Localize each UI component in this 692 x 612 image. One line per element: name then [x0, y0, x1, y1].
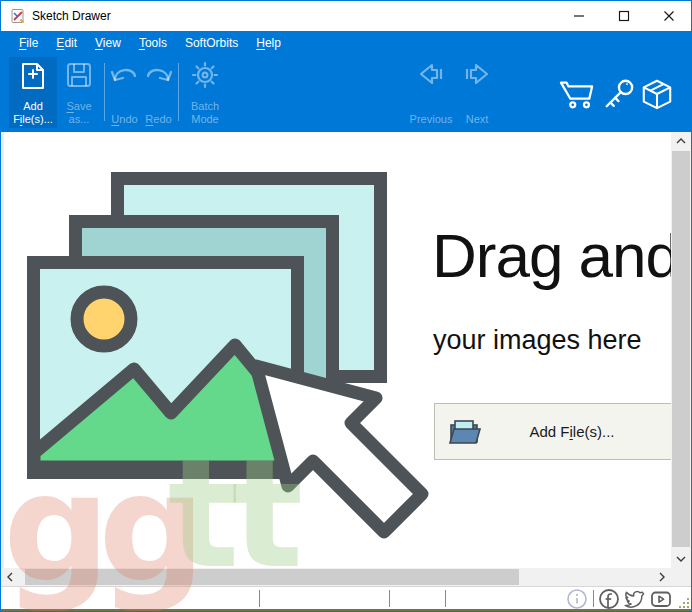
- vertical-scroll-thumb[interactable]: [672, 151, 690, 547]
- gear-icon: [191, 61, 219, 89]
- close-button[interactable]: [646, 1, 691, 31]
- minimize-button[interactable]: [556, 1, 601, 31]
- scroll-right-button[interactable]: [653, 568, 671, 586]
- buy-cart-button[interactable]: [557, 55, 597, 132]
- add-files-button-label: Add File(s)...: [435, 423, 673, 440]
- twitter-icon: [622, 588, 646, 610]
- twitter-button[interactable]: [622, 588, 646, 610]
- info-icon: [566, 588, 588, 610]
- menu-softorbits[interactable]: SoftOrbits: [176, 32, 247, 54]
- undo-icon: [110, 61, 139, 87]
- menu-edit[interactable]: Edit: [47, 32, 86, 54]
- menu-bar: File Edit View Tools SoftOrbits Help: [1, 31, 691, 55]
- next-icon: [462, 61, 492, 88]
- facebook-button[interactable]: [597, 588, 621, 610]
- menu-help[interactable]: Help: [247, 32, 290, 54]
- window-title: Sketch Drawer: [32, 9, 111, 23]
- key-icon: [601, 77, 635, 111]
- drop-subheading: your images here: [433, 325, 642, 356]
- add-file-icon: [20, 61, 46, 91]
- maximize-button[interactable]: [601, 1, 646, 31]
- scroll-down-button[interactable]: [671, 550, 691, 568]
- app-icon[interactable]: [10, 8, 26, 24]
- save-icon: [65, 61, 93, 89]
- previous-icon: [416, 61, 446, 88]
- minimize-icon: [573, 10, 585, 22]
- info-button[interactable]: [565, 588, 589, 610]
- content-area: Drag and your images here Add File(s)...: [1, 132, 691, 612]
- toolbar-separator: [178, 63, 179, 121]
- scroll-left-button[interactable]: [1, 568, 19, 586]
- vertical-scrollbar[interactable]: [671, 132, 691, 568]
- toolbar-batch-mode-button[interactable]: BatchMode: [183, 57, 227, 128]
- cursor-arrow: [256, 366, 422, 532]
- horizontal-scroll-thumb[interactable]: [25, 569, 519, 585]
- status-separator: [259, 590, 260, 607]
- title-bar: Sketch Drawer: [1, 1, 691, 31]
- package-icon: [640, 77, 674, 111]
- resize-grip[interactable]: [678, 595, 690, 612]
- status-separator: [593, 590, 594, 607]
- scrollbar-corner: [671, 568, 691, 586]
- close-icon: [663, 10, 675, 22]
- shopping-cart-icon: [558, 77, 596, 111]
- scroll-up-button[interactable]: [671, 132, 691, 150]
- toolbar-add-files-button[interactable]: Add File(s)...: [9, 57, 57, 128]
- toolbar-next-button[interactable]: Next: [458, 57, 496, 128]
- photos-drag-illustration: [14, 161, 434, 561]
- toolbar-separator: [104, 63, 105, 121]
- drop-zone[interactable]: Drag and your images here Add File(s)...: [1, 132, 673, 568]
- youtube-icon: [649, 588, 673, 610]
- toolbar: Add File(s)... Save as... Undo: [1, 55, 691, 132]
- chevron-right-icon: [659, 572, 665, 582]
- package-button[interactable]: [638, 55, 676, 132]
- redo-icon: [144, 61, 173, 87]
- chevron-down-icon: [676, 556, 686, 562]
- toolbar-undo-button[interactable]: Undo: [108, 57, 141, 128]
- chevron-left-icon: [7, 572, 13, 582]
- add-files-button[interactable]: Add File(s)...: [434, 403, 673, 460]
- chevron-up-icon: [676, 138, 686, 144]
- toolbar-save-as-button[interactable]: Save as...: [59, 57, 99, 128]
- register-key-button[interactable]: [600, 55, 636, 132]
- menu-file[interactable]: File: [10, 32, 47, 54]
- menu-tools[interactable]: Tools: [130, 32, 176, 54]
- toolbar-previous-button[interactable]: Previous: [405, 57, 457, 128]
- youtube-button[interactable]: [649, 588, 673, 610]
- window-controls: [556, 1, 691, 31]
- app-window: Sketch Drawer File Edit View Tools SoftO…: [0, 0, 692, 612]
- status-separator: [389, 590, 390, 607]
- toolbar-redo-button[interactable]: Redo: [142, 57, 175, 128]
- drop-heading: Drag and: [432, 220, 673, 291]
- status-bar: [1, 586, 691, 612]
- menu-view[interactable]: View: [86, 32, 130, 54]
- facebook-icon: [598, 588, 620, 610]
- horizontal-scrollbar[interactable]: [1, 568, 673, 586]
- maximize-icon: [618, 10, 630, 22]
- status-separator: [445, 590, 446, 607]
- resize-grip-icon: [678, 597, 690, 609]
